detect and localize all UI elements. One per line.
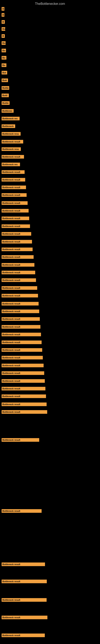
bar-row: Bot <box>1 71 7 74</box>
bar-row: Bo <box>1 27 5 31</box>
bar-label: Bottleneck result <box>1 364 44 367</box>
bar-label: Bottleneck result <box>1 394 46 398</box>
bar-row: Bottleneck result <box>1 263 34 267</box>
bar-label: Bottleneck result <box>1 509 42 513</box>
bar-label: Bottleneck result <box>1 438 39 442</box>
bar-label: Bottleneck result <box>1 294 38 298</box>
bar-row: Bottleneck result <box>1 356 43 360</box>
bar-label: Bo <box>1 27 5 31</box>
bar-row: Bo <box>1 49 6 52</box>
bar-label: B <box>1 7 4 11</box>
bar-row: Bottleneck result <box>1 340 42 344</box>
bar-label: Bottleneck result <box>1 302 39 306</box>
bar-row: Bottleneck resu <box>1 147 21 151</box>
bar-label: Bottleneck result <box>1 186 26 189</box>
bar-row: Bottle <box>1 101 10 105</box>
bar-row: Bottleneck result <box>1 255 34 259</box>
bar-row: Bottleneck result <box>1 616 48 619</box>
bar-row: Bottleneck result <box>1 364 44 367</box>
bar-label: Bottleneck <box>1 124 15 128</box>
bar-row: Bottleneck result <box>1 271 35 274</box>
bar-row: Bottleneck result <box>1 170 25 174</box>
bar-label: Bottleneck result <box>1 402 47 406</box>
bar-label: Bottleneck result <box>1 325 40 329</box>
bar-row: Bottleneck result <box>1 333 41 336</box>
bar-label: B <box>1 13 4 17</box>
bar-row: Bottleneck result <box>1 325 40 329</box>
bar-row: Bottleneck result <box>1 155 24 158</box>
bar-row: Bottleneck result <box>1 580 47 583</box>
bar-row: Bottleneck result <box>1 209 29 212</box>
bar-label: Bottleneck result <box>1 240 32 244</box>
bar-row: Bottleneck result <box>1 278 36 282</box>
bar-label: Bottle <box>1 101 10 105</box>
bar-label: Bo <box>1 56 6 60</box>
bar-row: Bottleneck result <box>1 348 42 352</box>
bar-row: Bottleneck result <box>1 317 40 321</box>
bar-row: Bott <box>1 78 8 82</box>
bar-row: Bottleneck result <box>1 201 28 205</box>
bar-label: Bottleneck result <box>1 340 42 344</box>
bar-label: Bottleneck result <box>1 387 46 390</box>
bar-row: Bottleneck result <box>1 598 47 602</box>
bar-row: Bottleneck result <box>1 394 46 398</box>
bar-label: Bo <box>1 49 6 52</box>
bar-label: Bottleneck result <box>1 263 34 267</box>
bar-label: Bottleneck res <box>1 117 20 120</box>
bar-label: Bottleneck result <box>1 379 45 383</box>
bar-label: Bottleneck result <box>1 333 41 336</box>
bar-row: Bottleneck result <box>1 371 44 375</box>
bar-label: Bottleneck result <box>1 248 33 251</box>
bar-label: Bottleneck result <box>1 193 27 197</box>
bar-row: Bottleneck result <box>1 178 25 182</box>
bar-row: Bottleneck result <box>1 294 38 298</box>
bar-label: B <box>1 20 5 24</box>
bar-row: Bottleneck result <box>1 402 47 406</box>
bar-row: Bottleneck res <box>1 162 20 166</box>
bar-row: Bottlenec <box>1 109 14 113</box>
bar-row: Bottleneck result <box>1 509 42 513</box>
bar-row: Bottleneck result <box>1 186 26 189</box>
bar-row: B <box>1 20 5 24</box>
bar-row: Bottleneck res <box>1 117 20 120</box>
bar-row: Bottleneck result <box>1 224 30 228</box>
bar-row: Bottleneck result <box>1 310 39 313</box>
bar-row: Bottleneck result <box>1 240 32 244</box>
bar-label: Bo <box>1 64 6 67</box>
bar-label: Bottleneck result <box>1 580 47 583</box>
bar-label: Bottleneck resu <box>1 132 21 136</box>
bar-row: B <box>1 7 4 11</box>
bar-row: Bo <box>1 56 6 60</box>
bar-row: Bottleneck result <box>1 193 27 197</box>
bar-row: Bottle <box>1 86 9 90</box>
bar-label: Bottleneck res <box>1 162 20 166</box>
bar-label: Bottleneck result <box>1 216 29 220</box>
bar-label: Bottleneck result <box>1 155 24 158</box>
bar-label: Bottleneck result <box>1 170 25 174</box>
bar-label: Bottleneck result <box>1 232 31 236</box>
bar-row: Bottleneck resu <box>1 132 21 136</box>
bar-row: B <box>1 34 5 38</box>
bar-label: Bottleneck result <box>1 286 37 290</box>
bar-label: Bott <box>1 78 8 82</box>
bar-row: Bo <box>1 64 6 67</box>
bar-row: Bottleneck result <box>1 379 45 383</box>
bar-label: Bottl <box>1 94 9 97</box>
bar-label: Bottlenec <box>1 109 14 113</box>
bar-label: B <box>1 34 5 38</box>
bar-row: Bottleneck result <box>1 248 33 251</box>
bar-label: Bottleneck result <box>1 410 47 414</box>
bar-label: Bottleneck result <box>1 371 44 375</box>
bar-label: Bottleneck result <box>1 140 23 144</box>
bar-label: Bottleneck result <box>1 255 34 259</box>
bar-label: Bottleneck result <box>1 634 45 637</box>
bar-row: Bottleneck result <box>1 232 31 236</box>
bar-label: Bottleneck resu <box>1 147 21 151</box>
bar-label: Bottleneck result <box>1 271 35 274</box>
bar-row: Bottl <box>1 94 9 97</box>
bar-label: Bottleneck result <box>1 310 39 313</box>
bar-label: Bottleneck result <box>1 178 25 182</box>
bar-label: Bottleneck result <box>1 278 36 282</box>
bar-label: Bottleneck result <box>1 317 40 321</box>
bar-label: Bot <box>1 71 7 74</box>
